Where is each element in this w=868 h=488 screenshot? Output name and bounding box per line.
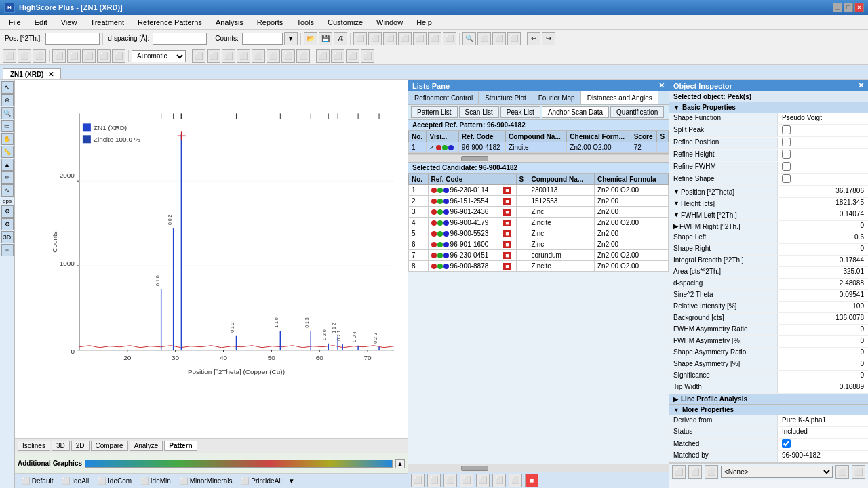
tb2-b4[interactable]: ⬜ xyxy=(52,49,66,63)
sidebar-edit[interactable]: ✏ xyxy=(1,171,14,184)
table-row[interactable]: 8 96-900-8878 ■ Zincite Zn2.00 O2.00 xyxy=(409,261,669,272)
candidate-table-hscroll[interactable] xyxy=(408,464,669,472)
table-row[interactable]: 5 96-900-5523 ■ Zinc Zn2.00 xyxy=(409,228,669,239)
btab-idecom[interactable]: ⬜ IdeCom xyxy=(94,476,136,485)
tb-print[interactable]: 🖨 xyxy=(334,32,347,45)
tb-redo[interactable]: ↪ xyxy=(542,32,555,45)
lbt-b5[interactable]: ⬜ xyxy=(476,474,490,487)
tb2-b5[interactable]: ⬜ xyxy=(67,49,81,63)
tb-b5[interactable]: ⬜ xyxy=(413,32,427,45)
sidebar-zoom-in[interactable]: 🔍 xyxy=(1,107,14,119)
tb-save[interactable]: 💾 xyxy=(319,32,332,45)
btab-printideall[interactable]: ⬜ PrintIdeAll xyxy=(237,476,285,485)
tb2-b14[interactable]: ⬜ xyxy=(267,49,280,63)
sidebar-peak[interactable]: ▲ xyxy=(1,159,14,171)
split-peak-checkbox[interactable] xyxy=(782,125,791,134)
refine-fwhm-checkbox[interactable] xyxy=(782,162,791,171)
tb-b9[interactable]: ⬜ xyxy=(492,32,506,45)
tb-b8[interactable]: ⬜ xyxy=(477,32,491,45)
sidebar-measure[interactable]: 📏 xyxy=(1,146,14,158)
tb2-b7[interactable]: ⬜ xyxy=(97,49,111,63)
sidebar-layer[interactable]: ≡ xyxy=(1,244,14,256)
sidebar-cursor[interactable]: ⊕ xyxy=(1,94,14,106)
tb2-b10[interactable]: ⬜ xyxy=(207,49,220,63)
menu-help[interactable]: Help xyxy=(410,16,438,28)
table-row[interactable]: 4 96-900-4179 ■ Zincite Zn2.00 O2.00 xyxy=(409,218,669,228)
menu-edit[interactable]: Edit xyxy=(28,16,54,28)
matched-checkbox[interactable] xyxy=(782,439,791,448)
chart-tab-pattern[interactable]: Pattern xyxy=(164,441,197,451)
tb-zoom[interactable]: 🔍 xyxy=(462,32,476,45)
tb2-b12[interactable]: ⬜ xyxy=(237,49,250,63)
lbt-b6[interactable]: ⬜ xyxy=(492,474,506,487)
menu-window[interactable]: Window xyxy=(370,16,409,28)
fwhmleft-expand-icon[interactable]: ▼ xyxy=(673,211,679,218)
oi-bottom-dropdown[interactable]: <None> xyxy=(721,466,833,478)
refine-height-checkbox[interactable] xyxy=(782,150,791,159)
sidebar-ops1[interactable]: ⚙ xyxy=(1,205,14,218)
oi-btn4[interactable]: ⬜ xyxy=(835,465,849,479)
oi-btn1[interactable]: ⬜ xyxy=(672,465,686,479)
subtab-quantification[interactable]: Quantification xyxy=(610,106,664,118)
btab-minorminerals[interactable]: ⬜ MinorMinerals xyxy=(176,476,237,485)
tb-b6[interactable]: ⬜ xyxy=(428,32,441,45)
btab-ideall[interactable]: ⬜ IdeAll xyxy=(58,476,93,485)
btab-default[interactable]: ⬜ Default xyxy=(18,476,57,485)
oi-btn2[interactable]: ⬜ xyxy=(688,465,702,479)
oi-btn3[interactable]: ⬜ xyxy=(705,465,718,479)
btab-idemin[interactable]: ⬜ IdeMin xyxy=(136,476,175,485)
table-row[interactable]: 2 96-151-2554 ■ 1512553 Zn2.00 xyxy=(409,196,669,207)
tb2-b16[interactable]: ⬜ xyxy=(296,49,310,63)
counts-dropdown[interactable]: ▼ xyxy=(284,32,298,45)
chart-tab-analyze[interactable]: Analyze xyxy=(130,441,163,451)
lbt-b2[interactable]: ⬜ xyxy=(427,474,441,487)
table-row[interactable]: 3 96-901-2436 ■ Zinc Zn2.00 xyxy=(409,207,669,218)
sidebar-ops2[interactable]: ⚙ xyxy=(1,218,14,230)
pos-input[interactable] xyxy=(45,33,100,45)
cand-hscroll-thumb[interactable] xyxy=(461,466,488,471)
lbt-b4[interactable]: ⬜ xyxy=(460,474,473,487)
table-row[interactable]: 6 96-901-1600 ■ Zinc Zn2.00 xyxy=(409,239,669,250)
chart-tab-2d[interactable]: 2D xyxy=(71,441,90,451)
minimize-button[interactable]: _ xyxy=(833,3,842,12)
table-row[interactable]: 1 96-230-0114 ■ 2300113 Zn2.00 O2.00 xyxy=(409,185,669,196)
chart-tab-isolines[interactable]: Isolines xyxy=(18,441,50,451)
tb2-b2[interactable]: ⬜ xyxy=(18,49,31,63)
refine-shape-checkbox[interactable] xyxy=(782,174,791,183)
tb2-b6[interactable]: ⬜ xyxy=(82,49,96,63)
window-controls[interactable]: _ □ × xyxy=(833,3,864,12)
lbt-b1[interactable]: ⬜ xyxy=(411,474,425,487)
subtab-anchor-scan-data[interactable]: Anchor Scan Data xyxy=(542,106,609,118)
height-expand-icon[interactable]: ▼ xyxy=(673,200,679,207)
tb-b4[interactable]: ⬜ xyxy=(398,32,412,45)
mode-dropdown[interactable]: Automatic xyxy=(132,50,186,62)
menu-tools[interactable]: Tools xyxy=(290,16,320,28)
menu-file[interactable]: File xyxy=(3,16,27,28)
subtab-scan-list[interactable]: Scan List xyxy=(459,106,499,118)
sidebar-select[interactable]: ▭ xyxy=(1,120,14,132)
tb2-b20[interactable]: ⬜ xyxy=(361,49,374,63)
tab-close-zn1[interactable]: ✕ xyxy=(48,70,54,78)
lbt-stop[interactable]: ■ xyxy=(525,474,538,487)
tb-b3[interactable]: ⬜ xyxy=(383,32,397,45)
line-profile-section-header[interactable]: ▶ Line Profile Analysis xyxy=(669,394,868,405)
sidebar-3d[interactable]: 3D xyxy=(1,231,14,243)
menu-treatment[interactable]: Treatment xyxy=(84,16,130,28)
tb2-b15[interactable]: ⬜ xyxy=(281,49,295,63)
chart-tab-compare[interactable]: Compare xyxy=(91,441,128,451)
tb2-b8[interactable]: ⬜ xyxy=(112,49,125,63)
subtab-pattern-list[interactable]: Pattern List xyxy=(411,106,458,118)
menu-view[interactable]: View xyxy=(55,16,83,28)
basic-properties-header[interactable]: ▼ Basic Properties xyxy=(669,102,868,113)
menu-reports[interactable]: Reports xyxy=(251,16,290,28)
tb2-b11[interactable]: ⬜ xyxy=(222,49,235,63)
menu-customize[interactable]: Customize xyxy=(321,16,369,28)
top-table-hscroll[interactable] xyxy=(408,154,669,162)
tb-b2[interactable]: ⬜ xyxy=(368,32,382,45)
tb-undo[interactable]: ↩ xyxy=(527,32,540,45)
lbt-b3[interactable]: ⬜ xyxy=(443,474,457,487)
lbt-b7[interactable]: ⬜ xyxy=(509,474,522,487)
oi-btn5[interactable]: ⬜ xyxy=(852,465,865,479)
tb-b1[interactable]: ⬜ xyxy=(353,32,367,45)
sidebar-pan[interactable]: ✋ xyxy=(1,133,14,145)
